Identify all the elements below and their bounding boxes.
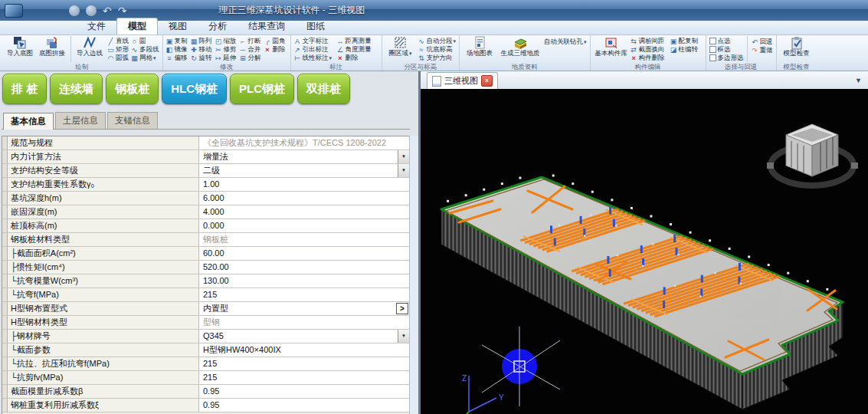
quick-access-toolbar: ↶ ↷	[69, 5, 126, 16]
table-row: 规范与规程《全回收基坑支护技术规程》T/CECS 1208-2022	[2, 136, 410, 150]
menu-drawings[interactable]: 图纸	[296, 18, 336, 34]
tab-diaphragm-wall[interactable]: 连续墙	[50, 74, 103, 104]
checkbox-icon	[709, 46, 716, 53]
tab-3d-view[interactable]: 三维视图 x	[427, 72, 498, 89]
rect-button[interactable]: ▭矩形	[106, 45, 129, 54]
rotate-button[interactable]: ↻旋转	[190, 54, 215, 62]
table-row: 内力计算方法增量法▼	[2, 150, 410, 164]
import-basemap-button[interactable]: 导入底图	[4, 36, 36, 57]
3d-viewport[interactable]: Z Y	[421, 89, 868, 414]
undo-button[interactable]: ↶回退	[751, 38, 773, 46]
copy-properties-icon: ▣	[670, 38, 678, 45]
dropdown-arrow-icon[interactable]: ▼	[398, 150, 409, 163]
tab-anchor-info[interactable]: 支锚信息	[107, 112, 158, 129]
selected-node-gizmo[interactable]	[482, 327, 560, 406]
tab-sheet-pile[interactable]: 钢板桩	[106, 74, 159, 104]
tab-double-row-pile[interactable]: 双排桩	[297, 74, 350, 104]
table-row: └抗剪fv(MPa)215	[2, 371, 410, 385]
pile-spacing-button[interactable]: ⇆调桩间距	[630, 37, 670, 45]
table-row: └抗弯f(MPa)215	[2, 288, 410, 302]
angle-measure-button[interactable]: ∠角度测量	[336, 45, 379, 54]
menu-file[interactable]: 文件	[77, 18, 116, 34]
polygon-select-checkbox[interactable]: 多边形选	[709, 54, 744, 62]
property-grid: 规范与规程《全回收基坑支护技术规程》T/CECS 1208-2022 内力计算方…	[2, 136, 410, 414]
table-row: 支护结构重要性系数γ₀1.00	[2, 178, 410, 192]
explode-button[interactable]: ⊞分解	[239, 54, 264, 62]
component-delete-button[interactable]: ×构件删除	[630, 54, 670, 62]
array-button[interactable]: ▦阵列	[190, 37, 215, 45]
extend-button[interactable]: ↦延伸	[215, 54, 239, 62]
tab-row-pile[interactable]: 排 桩	[2, 74, 47, 104]
basemap-stitch-button[interactable]: 底图拼接	[36, 36, 68, 57]
model-check-button[interactable]: 模型检查	[779, 36, 814, 57]
fillet-button[interactable]: ╭圆角	[264, 37, 288, 45]
quick-save-icon[interactable]	[69, 5, 80, 16]
menu-results[interactable]: 结果查询	[237, 18, 296, 34]
scale-button[interactable]: ◰缩放	[215, 37, 239, 45]
view-cube[interactable]	[767, 124, 858, 186]
delete-button[interactable]: ×删除	[264, 45, 288, 54]
grid-button[interactable]: ▦网格▾	[130, 54, 159, 62]
generate-3d-geology-button[interactable]: 生成三维地质	[497, 36, 543, 57]
section-flip-button[interactable]: ⇄截面换向	[630, 45, 670, 54]
tab-hlc-steel-pile[interactable]: HLC钢桩	[162, 74, 227, 104]
undo-icon[interactable]: ↶	[103, 5, 112, 16]
window-title: 理正三维深基坑设计软件 - 三维视图	[218, 4, 365, 17]
trim-button[interactable]: ✂修剪	[215, 45, 239, 54]
trim-icon: ✂	[215, 46, 223, 54]
site-chart-button[interactable]: 场地图表	[462, 36, 497, 57]
break-button[interactable]: ⌐打断	[239, 37, 264, 45]
auto-link-borehole-button[interactable]: 自动关联钻孔▾	[544, 38, 587, 46]
dropdown-arrow-icon[interactable]: ▼	[398, 164, 409, 177]
delete-icon: ×	[336, 54, 345, 62]
ribbon-group-label: 选择与回退	[709, 63, 774, 71]
box-select-checkbox[interactable]: 框选	[709, 45, 744, 54]
quick-settings-icon[interactable]	[86, 5, 97, 16]
delete-icon: ×	[630, 54, 638, 62]
offset-button[interactable]: ≡偏移	[165, 54, 190, 62]
linear-annotation-button[interactable]: ⊢线性标注▾	[293, 54, 336, 62]
expand-button[interactable]: >	[396, 303, 408, 314]
3d-canvas[interactable]: Z Y	[421, 89, 868, 414]
copy-properties-button[interactable]: ▣配复制	[670, 37, 703, 45]
ribbon-group-check: 模型检查 模型检查	[777, 35, 817, 71]
point-select-checkbox[interactable]: 点选	[709, 37, 744, 45]
distance-measure-button[interactable]: ↔距离测量	[336, 37, 379, 45]
scrollbar[interactable]	[409, 136, 418, 414]
menu-model[interactable]: 模型	[116, 18, 158, 34]
annotation-delete-button[interactable]: ×删除	[336, 54, 379, 62]
menu-view[interactable]: 视图	[158, 18, 198, 34]
region-button[interactable]: 圈区域▾	[385, 36, 417, 57]
text-annotation-button[interactable]: A文字标注	[293, 37, 336, 45]
import-edge-icon	[83, 36, 97, 50]
ribbon-group-select: 点选 框选 多边形选 ↶回退 ↷重做 选择与回退	[706, 35, 777, 71]
redo-button[interactable]: ↷重做	[751, 46, 773, 54]
circle-button[interactable]: ○圆	[130, 37, 159, 45]
move-button[interactable]: ✚移动	[190, 45, 215, 54]
line-button[interactable]: ╱直线	[106, 37, 129, 45]
table-row: ├钢材牌号Q345▼	[2, 330, 410, 343]
support-direction-button[interactable]: ⇅支护方向	[418, 54, 457, 62]
copy-button[interactable]: ▣复制	[165, 37, 190, 45]
join-button[interactable]: ─合并	[239, 45, 264, 54]
tab-soil-info[interactable]: 土层信息	[55, 112, 106, 129]
polyline-button[interactable]: ∿多段线	[130, 45, 159, 54]
menu-analysis[interactable]: 分析	[198, 18, 237, 34]
redo-icon[interactable]: ↷	[118, 5, 127, 16]
import-edge-button[interactable]: 导入边线	[74, 36, 106, 57]
arc-button[interactable]: ◠圆弧	[106, 54, 129, 62]
axis-y-label: Y	[499, 393, 504, 402]
tab-plc-steel-pile[interactable]: PLC钢桩	[230, 74, 294, 104]
close-icon[interactable]: x	[481, 75, 493, 87]
tab-basic-info[interactable]: 基本信息	[3, 113, 54, 130]
column-rotate-button[interactable]: ◪柱编转	[670, 45, 703, 54]
pit-elevation-button[interactable]: ≈坑底标高	[418, 45, 457, 54]
tab-overflow-icon[interactable]: ▼	[855, 77, 862, 84]
dropdown-arrow-icon[interactable]: ▼	[398, 330, 409, 343]
auto-segment-button[interactable]: ∿自动分段▾	[418, 37, 457, 45]
leader-annotation-button[interactable]: ↗引出标注	[293, 45, 336, 54]
mirror-button[interactable]: ◧镜像	[165, 45, 190, 54]
component-library-button[interactable]: 基本构件库	[593, 36, 630, 57]
distance-measure-icon: ↔	[336, 38, 345, 45]
ucs-axis-triad: Z Y	[451, 374, 504, 414]
